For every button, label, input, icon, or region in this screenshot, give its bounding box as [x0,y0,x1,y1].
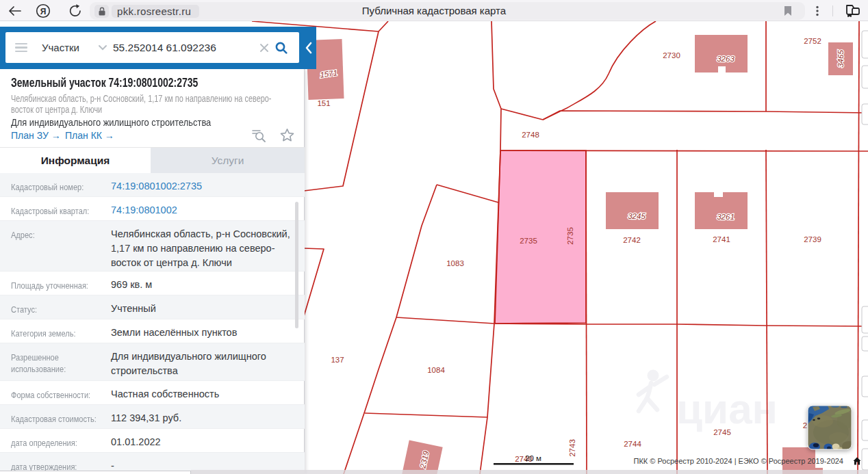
building-label: 3245 [628,212,646,220]
panel-tabs: Информация Услуги [0,147,305,173]
building-3245[interactable] [606,192,659,229]
building-label: 3263 [717,55,735,63]
row-value: Частная собственность [111,387,300,401]
collapse-panel-icon[interactable] [302,36,316,60]
row-label: Кадастровый квартал: [11,205,113,217]
star-icon[interactable] [280,128,294,142]
search-category-select[interactable]: Участки [42,32,79,63]
search-icon[interactable] [275,42,288,54]
row-label: Кадастровый номер: [11,181,113,193]
row-value: 969 кв. м [111,278,300,292]
table-row: Разрешенное использование: Для индивидуа… [0,343,305,381]
row-label: Форма собственности: [11,389,113,401]
building-label: 3261 [717,213,735,221]
parcel-label: 2744 [624,440,641,448]
row-value: 112 394,31 руб. [111,411,300,425]
scale-bar-label: 20 м [525,454,541,462]
parcel-label: 1083 [446,259,464,267]
menu-icon[interactable] [15,43,27,52]
row-label: Площадь уточненная: [11,280,113,291]
bottom-left-box [0,471,191,474]
clear-icon[interactable] [260,44,268,52]
parcel-label: 2741 [713,235,730,243]
table-row: Адрес: Челябинская область, р-н Сосновск… [0,221,305,272]
parcel-label: 137 [331,356,344,364]
menu-dots-icon[interactable] [815,5,819,16]
chevron-down-icon[interactable] [98,44,107,51]
cian-watermark-text: циан [676,385,778,432]
plan-kk-link[interactable]: План КК → [65,130,114,141]
row-label: Адрес: [11,229,113,241]
parcel-label: 2742 [623,236,641,244]
parcel-label: 2735 [520,237,537,245]
table-row: Кадастровая стоимость: 112 394,31 руб. [0,405,305,429]
panel-scrollbar[interactable] [295,202,298,328]
table-row: Категория земель: Земли населённых пункт… [0,319,305,343]
search-plan-icon[interactable] [251,128,267,143]
parcel-label: 151 [317,99,330,107]
table-row: Площадь уточненная: 969 кв. м [0,272,305,295]
row-value: 01.01.2022 [111,435,300,449]
row-value: Земли населённых пунктов [111,326,300,340]
parcel-label: 2730 [663,51,680,60]
search-box: Участки 55.252014 61.092236 [5,32,299,63]
page-title: Публичная кадастровая карта [0,0,868,21]
parcel-label: 2739 [804,235,821,243]
plan-zu-link[interactable]: План ЗУ → [11,130,61,141]
bookmark-icon[interactable] [783,5,793,16]
tab-information[interactable]: Информация [0,148,151,174]
table-row: Кадастровый квартал: 74:19:0801002 [0,197,305,221]
table-row: Форма собственности: Частная собственнос… [0,381,305,405]
parcel-label: 2735 [566,227,574,245]
parcel-label: 2743 [568,439,576,457]
object-address: Челябинская область, р-н Сосновский, 1,1… [11,93,271,115]
tab-services[interactable]: Услуги [151,148,305,174]
parcel-label: 1084 [427,366,445,374]
search-widget: Участки 55.252014 61.092236 [0,27,316,69]
info-panel: Земельный участок 74:19:0801002:2735 Чел… [0,69,305,474]
building-label: 3465 [837,50,845,68]
map-attribution: ПКК © Росреестр 2010-2024 | ЕЭКО © Росре… [634,457,844,465]
row-value-link[interactable]: 74:19:0801002 [111,203,300,218]
object-title: Земельный участок 74:19:0801002:2735 [11,76,198,90]
row-label: Кадастровая стоимость: [11,413,113,425]
toolbar-divider [832,5,833,16]
collections-icon[interactable] [844,3,860,19]
row-label: Статус: [11,304,113,315]
row-label: Категория земель: [11,328,113,339]
bottom-strip [191,470,868,474]
row-value: Для индивидуального жилищного строительс… [111,350,300,378]
row-value-link[interactable]: 74:19:0801002:2735 [111,179,300,194]
table-row: дата определения: 01.01.2022 [0,429,305,453]
browser-toolbar: Я pkk.rosreestr.ru Публичная кадастровая… [0,0,868,21]
parcel-label: 2748 [522,131,539,139]
parcel-label: 2 [803,421,807,430]
row-value: Учтенный [111,302,300,316]
search-input[interactable]: 55.252014 61.092236 [113,32,216,63]
building-3261[interactable] [695,192,748,229]
row-label: Разрешенное использование: [11,352,113,375]
table-row: Статус: Учтенный [0,295,305,319]
table-row: Кадастровый номер: 74:19:0801002:2735 [0,173,305,197]
parcel-label: 2745 [713,428,731,436]
object-usage: Для индивидуального жилищного строительс… [11,116,211,128]
satellite-layer-thumbnail[interactable] [808,405,856,451]
row-value: Челябинская область, р-н Сосновский, 1,1… [111,227,300,270]
row-label: дата определения: [11,437,113,449]
parcel-label: 2752 [804,37,821,45]
